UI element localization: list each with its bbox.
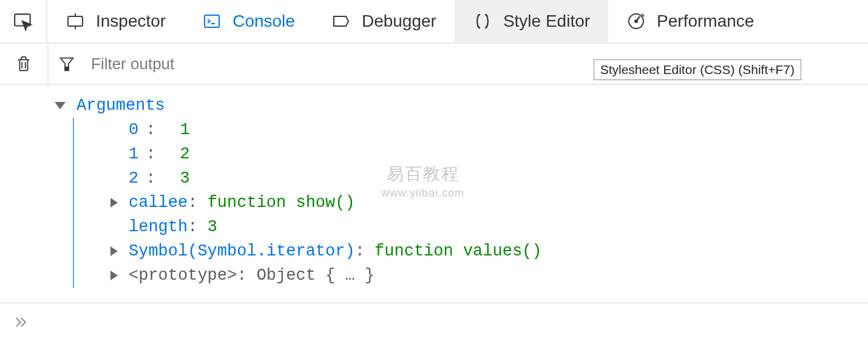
tab-inspector[interactable]: Inspector — [47, 0, 184, 42]
performance-icon — [626, 12, 646, 31]
console-toolbar: Stylesheet Editor (CSS) (Shift+F7) — [0, 44, 868, 85]
console-icon — [202, 12, 222, 31]
property-row[interactable]: callee: function show() — [110, 191, 868, 215]
svg-rect-4 — [205, 15, 219, 27]
tab-console[interactable]: Console — [184, 0, 313, 42]
disclosure-closed-icon — [110, 198, 118, 208]
pick-element-button[interactable] — [0, 0, 47, 42]
console-output: Arguments 0: 1 1: 2 2: 3 callee: functio… — [0, 85, 868, 303]
tab-label: Inspector — [96, 12, 166, 31]
devtools-tabbar: Inspector Console Debugger Style Editor … — [0, 0, 868, 44]
chevron-double-right-icon — [12, 316, 30, 329]
svg-rect-1 — [68, 16, 83, 26]
trash-icon — [15, 55, 33, 73]
object-label: Arguments — [76, 96, 165, 115]
inspector-icon — [66, 12, 85, 31]
clear-console-button[interactable] — [0, 55, 47, 73]
object-root[interactable]: Arguments — [55, 93, 868, 118]
tab-performance[interactable]: Performance — [608, 0, 772, 42]
disclosure-closed-icon — [110, 271, 118, 280]
property-row[interactable]: 2: 3 — [110, 166, 868, 191]
tab-style-editor[interactable]: Style Editor — [455, 0, 608, 42]
property-row[interactable]: length: 3 — [110, 215, 868, 239]
property-row[interactable]: Symbol(Symbol.iterator): function values… — [110, 239, 868, 263]
filter-funnel-button[interactable] — [49, 55, 85, 73]
debugger-icon — [331, 12, 351, 31]
disclosure-open-icon — [55, 102, 66, 109]
tab-label: Performance — [657, 12, 754, 31]
funnel-icon — [58, 55, 76, 73]
tab-label: Console — [232, 12, 295, 31]
tab-label: Debugger — [362, 12, 436, 31]
property-row[interactable]: 1: 2 — [110, 142, 868, 166]
svg-rect-11 — [65, 67, 69, 71]
tooltip: Stylesheet Editor (CSS) (Shift+F7) — [594, 59, 801, 80]
object-children: 0: 1 1: 2 2: 3 callee: function show() l… — [73, 118, 868, 288]
svg-point-7 — [635, 20, 637, 22]
property-row[interactable]: <prototype>: Object { … } — [110, 263, 868, 288]
style-editor-icon — [473, 12, 492, 31]
console-prompt[interactable] — [0, 303, 868, 341]
property-row[interactable]: 0: 1 — [110, 118, 868, 142]
tab-debugger[interactable]: Debugger — [313, 0, 455, 42]
tab-label: Style Editor — [503, 12, 590, 31]
disclosure-closed-icon — [110, 246, 118, 256]
